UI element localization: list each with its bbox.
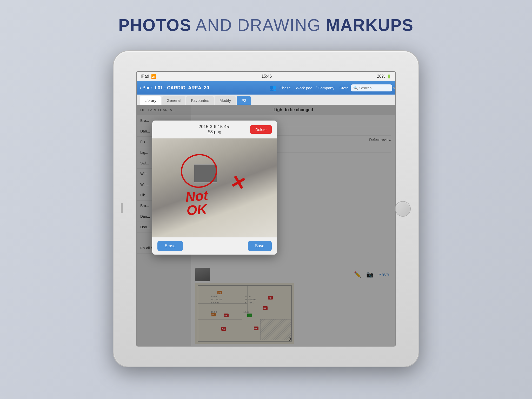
tab-modify[interactable]: Modify: [215, 96, 236, 105]
wifi-icon: 📶: [151, 74, 156, 79]
page-title: PHOTOS AND DRAWING MARKUPS: [118, 16, 414, 35]
search-clear-icon[interactable]: ✕: [392, 85, 395, 90]
nav-segment: Phase Work pac.../ Company State: [280, 86, 349, 90]
back-label: Back: [142, 85, 153, 91]
erase-button[interactable]: Erase: [157, 241, 183, 251]
workpac-label: Work pac.../ Company: [296, 86, 334, 90]
people-icon[interactable]: 👥: [268, 83, 277, 92]
tab-library[interactable]: Library: [140, 96, 161, 105]
state-label: State: [340, 86, 349, 90]
markup-text: NotOK: [185, 188, 210, 217]
battery-percent: 28%: [377, 74, 385, 79]
battery-icon: 🔋: [387, 74, 391, 78]
modal-save-button[interactable]: Save: [248, 241, 272, 251]
tab-bar: Library General Favourites Modify P2: [137, 95, 395, 105]
tab-favourites[interactable]: Favourites: [186, 96, 214, 105]
tab-general[interactable]: General: [162, 96, 185, 105]
search-field[interactable]: 🔍 ✕: [351, 84, 392, 91]
ceiling-bg: [152, 138, 277, 237]
nav-title: L01 - CARDIO_AREA_30: [155, 85, 209, 91]
tab-p2[interactable]: P2: [237, 96, 251, 105]
modal-title: 2015-3-6-15-45-53.png: [196, 124, 234, 135]
search-icon: 🔍: [353, 86, 358, 90]
ipad-home-button[interactable]: [395, 201, 411, 217]
nav-bar: ‹ Back L01 - CARDIO_AREA_30 👥 Phase Work…: [137, 81, 395, 95]
phase-label: Phase: [280, 86, 291, 90]
ipad-screen: iPad 📶 15:46 28% 🔋 ‹ Back L01 - CARDIO_A…: [136, 71, 396, 347]
photo-modal: 2015-3-6-15-45-53.png Delete: [152, 121, 277, 255]
status-bar-time: 15:46: [261, 74, 272, 79]
ipad-side-button[interactable]: [121, 203, 123, 213]
back-button[interactable]: ‹ Back: [140, 85, 153, 91]
status-bar-left: iPad 📶: [141, 74, 156, 79]
status-bar: iPad 📶 15:46 28% 🔋: [137, 72, 395, 81]
right-panel: Light to be changed - Room info 01 - Ele…: [191, 105, 395, 346]
ceiling-photo: ✕ NotOK: [152, 138, 277, 237]
search-input[interactable]: [359, 86, 390, 90]
modal-overlay: 2015-3-6-15-45-53.png Delete: [137, 105, 395, 346]
ipad-device: iPad 📶 15:46 28% 🔋 ‹ Back L01 - CARDIO_A…: [113, 50, 419, 367]
back-chevron-icon: ‹: [140, 85, 141, 91]
modal-header: 2015-3-6-15-45-53.png Delete: [152, 121, 277, 138]
modal-image: ✕ NotOK: [152, 138, 277, 237]
status-bar-right: 28% 🔋: [377, 74, 391, 79]
main-content: L0... CARDIO_AREA... Bro... Dan... Fix..…: [137, 105, 395, 346]
device-name: iPad: [141, 74, 149, 79]
modal-footer: Erase Save: [152, 237, 277, 255]
delete-button[interactable]: Delete: [250, 125, 272, 134]
